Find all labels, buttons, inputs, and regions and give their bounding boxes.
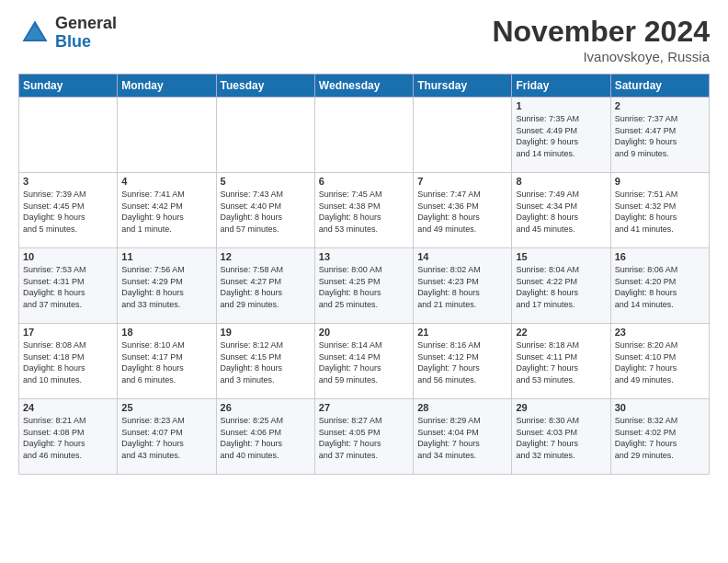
day-number: 20	[319, 327, 409, 338]
day-cell: 5Sunrise: 7:43 AM Sunset: 4:40 PM Daylig…	[216, 173, 314, 248]
day-number: 2	[615, 100, 705, 111]
day-cell: 8Sunrise: 7:49 AM Sunset: 4:34 PM Daylig…	[512, 173, 610, 248]
day-cell: 14Sunrise: 8:02 AM Sunset: 4:23 PM Dayli…	[414, 248, 512, 324]
week-row-0: 1Sunrise: 7:35 AM Sunset: 4:49 PM Daylig…	[19, 98, 710, 173]
day-info: Sunrise: 7:39 AM Sunset: 4:45 PM Dayligh…	[23, 189, 113, 235]
day-cell: 18Sunrise: 8:10 AM Sunset: 4:17 PM Dayli…	[118, 324, 216, 399]
day-cell: 27Sunrise: 8:27 AM Sunset: 4:05 PM Dayli…	[314, 399, 413, 475]
header: General Blue November 2024 Ivanovskoye, …	[18, 15, 710, 64]
day-cell: 19Sunrise: 8:12 AM Sunset: 4:15 PM Dayli…	[216, 324, 314, 399]
day-info: Sunrise: 8:20 AM Sunset: 4:10 PM Dayligh…	[615, 339, 705, 385]
day-cell: 20Sunrise: 8:14 AM Sunset: 4:14 PM Dayli…	[314, 324, 413, 399]
day-cell: 17Sunrise: 8:08 AM Sunset: 4:18 PM Dayli…	[19, 324, 118, 399]
day-number: 5	[221, 176, 311, 187]
day-number: 14	[417, 251, 507, 262]
day-cell: 10Sunrise: 7:53 AM Sunset: 4:31 PM Dayli…	[19, 248, 118, 324]
day-number: 19	[221, 327, 311, 338]
day-cell: 12Sunrise: 7:58 AM Sunset: 4:27 PM Dayli…	[216, 248, 314, 324]
day-number: 30	[615, 402, 705, 413]
day-number: 16	[615, 251, 705, 262]
day-cell: 1Sunrise: 7:35 AM Sunset: 4:49 PM Daylig…	[512, 98, 610, 173]
day-info: Sunrise: 8:08 AM Sunset: 4:18 PM Dayligh…	[23, 339, 113, 385]
day-info: Sunrise: 8:10 AM Sunset: 4:17 PM Dayligh…	[121, 339, 211, 385]
day-number: 17	[23, 327, 113, 338]
day-info: Sunrise: 8:12 AM Sunset: 4:15 PM Dayligh…	[221, 339, 311, 385]
day-cell: 25Sunrise: 8:23 AM Sunset: 4:07 PM Dayli…	[118, 399, 216, 475]
day-number: 11	[121, 251, 211, 262]
day-cell	[19, 98, 118, 173]
day-info: Sunrise: 8:06 AM Sunset: 4:20 PM Dayligh…	[615, 264, 705, 310]
day-info: Sunrise: 7:41 AM Sunset: 4:42 PM Dayligh…	[121, 189, 211, 235]
day-info: Sunrise: 7:53 AM Sunset: 4:31 PM Dayligh…	[23, 264, 113, 310]
logo-icon	[18, 17, 51, 50]
day-info: Sunrise: 8:04 AM Sunset: 4:22 PM Dayligh…	[516, 264, 606, 310]
day-cell: 23Sunrise: 8:20 AM Sunset: 4:10 PM Dayli…	[610, 324, 709, 399]
day-cell: 2Sunrise: 7:37 AM Sunset: 4:47 PM Daylig…	[610, 98, 709, 173]
day-info: Sunrise: 8:18 AM Sunset: 4:11 PM Dayligh…	[516, 339, 606, 385]
day-number: 21	[417, 327, 507, 338]
day-number: 8	[516, 176, 606, 187]
day-number: 26	[221, 402, 311, 413]
day-number: 6	[319, 176, 409, 187]
day-cell: 3Sunrise: 7:39 AM Sunset: 4:45 PM Daylig…	[19, 173, 118, 248]
day-cell	[216, 98, 314, 173]
day-cell	[118, 98, 216, 173]
day-info: Sunrise: 8:23 AM Sunset: 4:07 PM Dayligh…	[121, 415, 211, 461]
day-cell: 29Sunrise: 8:30 AM Sunset: 4:03 PM Dayli…	[512, 399, 610, 475]
week-row-2: 10Sunrise: 7:53 AM Sunset: 4:31 PM Dayli…	[19, 248, 710, 324]
day-info: Sunrise: 7:43 AM Sunset: 4:40 PM Dayligh…	[221, 189, 311, 235]
day-info: Sunrise: 8:16 AM Sunset: 4:12 PM Dayligh…	[417, 339, 507, 385]
month-title: November 2024	[492, 15, 710, 49]
week-row-1: 3Sunrise: 7:39 AM Sunset: 4:45 PM Daylig…	[19, 173, 710, 248]
day-cell: 16Sunrise: 8:06 AM Sunset: 4:20 PM Dayli…	[610, 248, 709, 324]
day-number: 9	[615, 176, 705, 187]
day-number: 29	[516, 402, 606, 413]
day-cell: 30Sunrise: 8:32 AM Sunset: 4:02 PM Dayli…	[610, 399, 709, 475]
day-number: 28	[417, 402, 507, 413]
day-cell: 6Sunrise: 7:45 AM Sunset: 4:38 PM Daylig…	[314, 173, 413, 248]
day-info: Sunrise: 7:47 AM Sunset: 4:36 PM Dayligh…	[417, 189, 507, 235]
logo-blue: Blue	[55, 32, 91, 51]
day-info: Sunrise: 7:49 AM Sunset: 4:34 PM Dayligh…	[516, 189, 606, 235]
location: Ivanovskoye, Russia	[492, 49, 710, 64]
day-number: 3	[23, 176, 113, 187]
col-saturday: Saturday	[610, 75, 709, 98]
day-number: 24	[23, 402, 113, 413]
day-info: Sunrise: 8:29 AM Sunset: 4:04 PM Dayligh…	[417, 415, 507, 461]
week-row-4: 24Sunrise: 8:21 AM Sunset: 4:08 PM Dayli…	[19, 399, 710, 475]
day-info: Sunrise: 7:45 AM Sunset: 4:38 PM Dayligh…	[319, 189, 409, 235]
week-row-3: 17Sunrise: 8:08 AM Sunset: 4:18 PM Dayli…	[19, 324, 710, 399]
day-cell: 13Sunrise: 8:00 AM Sunset: 4:25 PM Dayli…	[314, 248, 413, 324]
day-info: Sunrise: 7:35 AM Sunset: 4:49 PM Dayligh…	[516, 113, 606, 159]
day-cell: 11Sunrise: 7:56 AM Sunset: 4:29 PM Dayli…	[118, 248, 216, 324]
day-info: Sunrise: 8:27 AM Sunset: 4:05 PM Dayligh…	[319, 415, 409, 461]
col-wednesday: Wednesday	[314, 75, 413, 98]
day-cell	[314, 98, 413, 173]
day-number: 23	[615, 327, 705, 338]
day-cell: 26Sunrise: 8:25 AM Sunset: 4:06 PM Dayli…	[216, 399, 314, 475]
day-number: 7	[417, 176, 507, 187]
title-block: November 2024 Ivanovskoye, Russia	[492, 15, 710, 64]
header-row: Sunday Monday Tuesday Wednesday Thursday…	[19, 75, 710, 98]
logo-general: General	[55, 14, 117, 32]
day-number: 13	[319, 251, 409, 262]
day-info: Sunrise: 7:58 AM Sunset: 4:27 PM Dayligh…	[221, 264, 311, 310]
day-number: 12	[221, 251, 311, 262]
logo-text: General Blue	[55, 15, 117, 52]
day-number: 4	[121, 176, 211, 187]
col-thursday: Thursday	[414, 75, 512, 98]
day-cell: 4Sunrise: 7:41 AM Sunset: 4:42 PM Daylig…	[118, 173, 216, 248]
col-tuesday: Tuesday	[216, 75, 314, 98]
day-number: 15	[516, 251, 606, 262]
day-info: Sunrise: 7:37 AM Sunset: 4:47 PM Dayligh…	[615, 113, 705, 159]
col-sunday: Sunday	[19, 75, 118, 98]
day-info: Sunrise: 8:25 AM Sunset: 4:06 PM Dayligh…	[221, 415, 311, 461]
day-cell: 22Sunrise: 8:18 AM Sunset: 4:11 PM Dayli…	[512, 324, 610, 399]
col-friday: Friday	[512, 75, 610, 98]
day-number: 18	[121, 327, 211, 338]
day-info: Sunrise: 8:21 AM Sunset: 4:08 PM Dayligh…	[23, 415, 113, 461]
day-info: Sunrise: 8:02 AM Sunset: 4:23 PM Dayligh…	[417, 264, 507, 310]
day-cell	[414, 98, 512, 173]
day-cell: 15Sunrise: 8:04 AM Sunset: 4:22 PM Dayli…	[512, 248, 610, 324]
day-cell: 24Sunrise: 8:21 AM Sunset: 4:08 PM Dayli…	[19, 399, 118, 475]
